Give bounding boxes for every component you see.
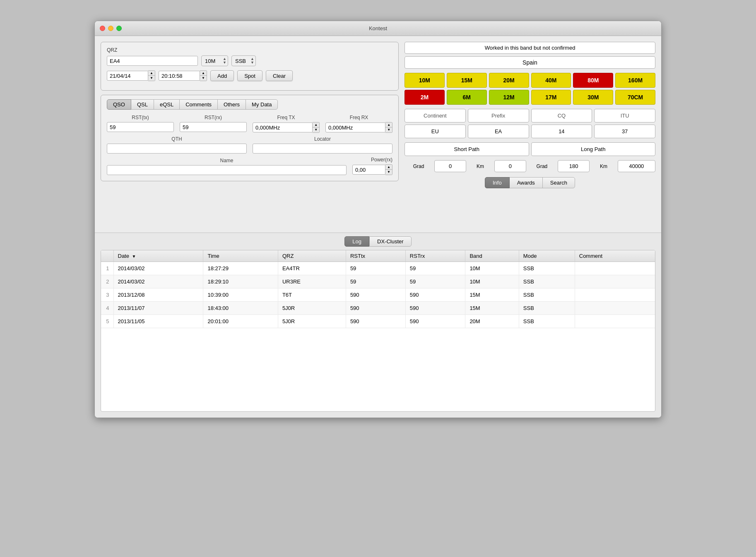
time-down-button[interactable]: ▼ bbox=[200, 76, 207, 81]
tab-comments[interactable]: Comments bbox=[179, 99, 218, 110]
row-band: 20M bbox=[465, 315, 519, 328]
band-70cm[interactable]: 70CM bbox=[615, 90, 655, 105]
qth-label: QTH bbox=[107, 136, 247, 142]
freq-tx-up[interactable]: ▲ bbox=[313, 122, 319, 127]
add-button[interactable]: Add bbox=[210, 70, 234, 81]
row-rsttx: 590 bbox=[346, 288, 405, 301]
grad-label-1: Grad bbox=[404, 163, 433, 169]
itu-value: 37 bbox=[594, 125, 655, 138]
callsign-input[interactable] bbox=[107, 56, 198, 66]
band-select[interactable]: 10M 15M 20M 40M 80M 160M bbox=[201, 55, 228, 66]
tab-qsl[interactable]: QSL bbox=[131, 99, 154, 110]
col-qrz[interactable]: QRZ bbox=[278, 250, 346, 262]
table-row[interactable]: 1 2014/03/02 18:27:29 EA4TR 59 59 10M SS… bbox=[101, 262, 655, 275]
row-rsttx: 59 bbox=[346, 262, 405, 275]
itu-label: ITU bbox=[594, 109, 655, 122]
row-mode: SSB bbox=[519, 262, 575, 275]
row-date: 2014/03/02 bbox=[113, 275, 203, 288]
short-km-value: 0 bbox=[494, 160, 526, 172]
band-15m[interactable]: 15M bbox=[447, 73, 487, 88]
row-mode: SSB bbox=[519, 301, 575, 315]
row-comment bbox=[575, 288, 655, 301]
band-6m[interactable]: 6M bbox=[447, 90, 487, 105]
band-10m[interactable]: 10M bbox=[404, 73, 445, 88]
maximize-button[interactable] bbox=[116, 26, 122, 31]
mode-select-wrapper: SSB CW FM ▲▼ bbox=[231, 55, 256, 66]
short-path-label: Short Path bbox=[404, 142, 529, 156]
date-down-button[interactable]: ▼ bbox=[148, 76, 155, 81]
locator-input[interactable] bbox=[253, 144, 392, 154]
log-tab-log[interactable]: Log bbox=[344, 236, 369, 247]
bottom-section: Log DX-Cluster Date ▼ Time QRZ RSTtx RST… bbox=[95, 233, 661, 418]
top-form-box: QRZ 10M 15M 20M 40M 80M 160M ▲▼ bbox=[101, 42, 399, 91]
time-input[interactable] bbox=[159, 71, 200, 81]
date-sort-icon: ▼ bbox=[132, 254, 136, 259]
band-80m[interactable]: 80M bbox=[573, 73, 613, 88]
col-date[interactable]: Date ▼ bbox=[113, 250, 203, 262]
qth-row: QTH Locator bbox=[107, 136, 392, 154]
main-window: Kontest QRZ 10M 15M 20M 40M 80M bbox=[94, 21, 662, 418]
tabs-box: QSO QSL eQSL Comments Others My Data RST… bbox=[101, 95, 399, 181]
band-160m[interactable]: 160M bbox=[615, 73, 655, 88]
qth-input[interactable] bbox=[107, 144, 247, 154]
spot-button[interactable]: Spot bbox=[237, 70, 262, 81]
log-tab-dxcluster[interactable]: DX-Cluster bbox=[369, 236, 412, 247]
band-20m[interactable]: 20M bbox=[489, 73, 529, 88]
name-input[interactable] bbox=[107, 165, 347, 175]
row-comment bbox=[575, 301, 655, 315]
col-time[interactable]: Time bbox=[203, 250, 278, 262]
band-40m[interactable]: 40M bbox=[531, 73, 571, 88]
date-up-button[interactable]: ▲ bbox=[148, 71, 155, 76]
row-rsttx: 590 bbox=[346, 301, 405, 315]
table-row[interactable]: 3 2013/12/08 10:39:00 T6T 590 590 15M SS… bbox=[101, 288, 655, 301]
time-up-button[interactable]: ▲ bbox=[200, 71, 207, 76]
left-panel: QRZ 10M 15M 20M 40M 80M 160M ▲▼ bbox=[101, 42, 399, 227]
freq-rx-input[interactable] bbox=[325, 122, 385, 132]
cq-value: 14 bbox=[531, 125, 592, 138]
rst-tx-input[interactable] bbox=[107, 122, 174, 132]
time-spin-buttons: ▲ ▼ bbox=[200, 70, 207, 81]
row-qrz: 5J0R bbox=[278, 301, 346, 315]
rst-rx-input[interactable] bbox=[180, 122, 247, 132]
rst-tx-label: RST(tx) bbox=[107, 115, 174, 120]
freq-tx-wrapper: ▲ ▼ bbox=[253, 122, 320, 133]
freq-tx-input[interactable] bbox=[253, 122, 313, 132]
col-mode[interactable]: Mode bbox=[519, 250, 575, 262]
band-12m[interactable]: 12M bbox=[489, 90, 529, 105]
col-rstrx[interactable]: RSTrx bbox=[405, 250, 465, 262]
clear-button[interactable]: Clear bbox=[266, 70, 293, 81]
main-content: QRZ 10M 15M 20M 40M 80M 160M ▲▼ bbox=[95, 36, 661, 233]
freq-rx-down[interactable]: ▼ bbox=[385, 127, 392, 132]
band-17m[interactable]: 17M bbox=[531, 90, 571, 105]
table-row[interactable]: 2 2014/03/02 18:29:10 UR3RE 59 59 10M SS… bbox=[101, 275, 655, 288]
tab-search[interactable]: Search bbox=[542, 177, 575, 188]
col-comment[interactable]: Comment bbox=[575, 250, 655, 262]
power-input[interactable] bbox=[352, 165, 385, 175]
freq-rx-up[interactable]: ▲ bbox=[385, 122, 392, 127]
tab-info[interactable]: Info bbox=[485, 177, 510, 188]
band-2m[interactable]: 2M bbox=[404, 90, 445, 105]
power-label: Power(rx) bbox=[371, 157, 392, 163]
col-rsttx[interactable]: RSTtx bbox=[346, 250, 405, 262]
tab-others[interactable]: Others bbox=[217, 99, 246, 110]
col-band[interactable]: Band bbox=[465, 250, 519, 262]
table-header-row: Date ▼ Time QRZ RSTtx RSTrx Band Mode Co… bbox=[101, 250, 655, 262]
mode-select[interactable]: SSB CW FM bbox=[231, 55, 256, 66]
band-30m[interactable]: 30M bbox=[573, 90, 613, 105]
tab-eqsl[interactable]: eQSL bbox=[154, 99, 180, 110]
table-row[interactable]: 5 2013/11/05 20:01:00 5J0R 590 590 20M S… bbox=[101, 315, 655, 328]
close-button[interactable] bbox=[100, 26, 105, 31]
tab-awards[interactable]: Awards bbox=[509, 177, 543, 188]
power-spin: ▲ ▼ bbox=[385, 164, 392, 175]
log-tabs-row: Log DX-Cluster bbox=[95, 233, 661, 247]
power-up[interactable]: ▲ bbox=[385, 165, 392, 170]
tab-mydata[interactable]: My Data bbox=[246, 99, 278, 110]
time-spin: ▲ ▼ bbox=[159, 70, 207, 81]
freq-tx-down[interactable]: ▼ bbox=[313, 127, 319, 132]
name-group: Name bbox=[107, 158, 347, 175]
tab-qso[interactable]: QSO bbox=[107, 99, 131, 110]
table-row[interactable]: 4 2013/11/07 18:43:00 5J0R 590 590 15M S… bbox=[101, 301, 655, 315]
power-down[interactable]: ▼ bbox=[385, 170, 392, 175]
date-input[interactable] bbox=[107, 71, 148, 81]
minimize-button[interactable] bbox=[108, 26, 113, 31]
